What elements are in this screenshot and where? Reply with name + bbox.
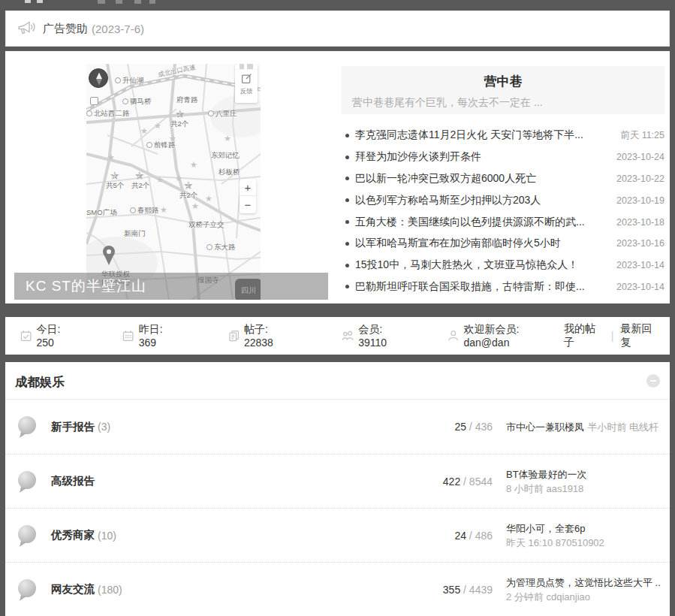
cluster-count: 5 <box>113 173 116 178</box>
stat-yesterday: 昨日: 369 <box>122 323 181 349</box>
news-item-date: 2023-10-24 <box>616 152 664 162</box>
stats-bar: 今日: 250 昨日: 369 帖子: 22838 会员: 39110 欢迎新会… <box>5 317 670 355</box>
map-label: SMO广场 <box>86 208 117 216</box>
map-canvas[interactable]: ★ ★ ★ ★ ★ ★ ★ ★ ★ ★ ★ ★ 2 ★ 5 ★ 2 ★ <box>86 64 261 300</box>
forum-section-title: 成都娱乐 <box>15 374 65 391</box>
stat-welcome: 欢迎新会员: dan@dan <box>447 323 564 349</box>
my-posts-link[interactable]: 我的帖子 <box>564 322 604 349</box>
map-label: 双桥子立交 <box>188 220 224 228</box>
forum-name[interactable]: 新手报告 <box>51 420 95 434</box>
news-subtitle: 营中巷巷尾有个巨乳，每次去不一定在 ... <box>352 96 664 110</box>
stat-today-text: 今日: 250 <box>36 323 79 349</box>
news-item-date: 2023-10-18 <box>616 217 664 228</box>
forum-lastpost: 为管理员点赞，这觉悟比这些大平 ... 2 分钟前 cdqianjiao <box>506 575 660 604</box>
news-item-title[interactable]: 以色列军方称哈马斯至少扣押以方203人 <box>355 194 609 207</box>
topbar-clipped-glyph <box>98 0 105 4</box>
lastpost-title[interactable]: 市中心一兼职楼凤 <box>506 421 584 433</box>
compass-button[interactable] <box>89 68 108 88</box>
star-marker: ★ <box>160 205 167 214</box>
map-label: 新南门 <box>124 229 146 237</box>
forum-section: 成都娱乐 新手报告 (3) 25 / 436 市中心一兼职楼凤 半小时前 电线杆… <box>5 362 670 616</box>
forum-lastpost: 华阳小可，全套6p 昨天 16:10 870510902 <box>506 521 660 550</box>
stat-members-text: 会员: 39110 <box>358 323 411 349</box>
ad-banner[interactable]: 广告赞助 (2023-7-6) <box>5 11 670 47</box>
forum-section-header: 成都娱乐 <box>5 362 670 400</box>
user-icon <box>447 330 459 342</box>
forum-stats: 422 / 8544 <box>410 476 493 488</box>
compass-needle-icon <box>89 69 109 89</box>
forum-topic-count: (10) <box>98 530 116 542</box>
latest-replies-link[interactable]: 最新回复 <box>620 322 661 349</box>
metro-station-icon <box>90 97 98 105</box>
topbar-clipped-glyph <box>149 0 155 4</box>
lastpost-meta[interactable]: 8 小时前 aas1918 <box>506 483 583 494</box>
star-marker: ★ <box>156 175 164 184</box>
forum-name[interactable]: 高级报告 <box>51 474 95 488</box>
news-item-title[interactable]: 15投10中，马刺大胜热火，文班亚马惊艳众人！ <box>355 258 609 272</box>
star-marker: ★ <box>175 174 182 183</box>
stat-posts-text: 帖子: 22838 <box>244 323 298 349</box>
stat-welcome-text: 欢迎新会员: dan@dan <box>463 323 564 349</box>
news-item-title[interactable]: 巴勒斯坦呼吁联合国采取措施，古特雷斯：即使... <box>355 280 609 294</box>
bullet-icon <box>345 264 349 267</box>
map-label: 杉板桥 <box>218 168 240 176</box>
clipped-control-icon <box>235 64 258 70</box>
lastpost-meta[interactable]: 半小时前 电线杆 <box>587 421 658 433</box>
news-item-title[interactable]: 拜登为加沙停火谈判开条件 <box>355 150 609 164</box>
edit-feedback-icon <box>241 73 252 84</box>
map-label: 共5个 <box>106 181 124 189</box>
forum-name[interactable]: 优秀商家 <box>51 528 95 542</box>
map-label: 驷马桥 <box>122 97 152 105</box>
lastpost-title[interactable]: 华阳小可，全套6p <box>506 523 585 534</box>
stat-today: 今日: 250 <box>20 323 79 349</box>
map-label: 春熙路 <box>130 206 159 214</box>
forum-topic-count: (3) <box>98 421 110 433</box>
news-item-title[interactable]: 以军和哈马斯宣布在加沙南部临时停火5小时 <box>355 237 609 250</box>
news-item-title[interactable]: 巴以新一轮冲突已致双方超6000人死亡 <box>355 172 609 186</box>
forum-row[interactable]: 优秀商家 (10) 24 / 486 华阳小可，全套6p 昨天 16:10 87… <box>5 508 670 562</box>
forum-row[interactable]: 高级报告 422 / 8544 BT体验最好的一次 8 小时前 aas1918 <box>5 454 670 508</box>
star-marker: ★ <box>205 194 212 203</box>
map-control-panel[interactable]: 反馈 <box>235 64 258 103</box>
stat-yesterday-text: 昨日: 369 <box>139 323 182 349</box>
forum-stats: 24 / 486 <box>410 530 493 542</box>
star-marker: ★ <box>224 134 231 143</box>
forum-name[interactable]: 网友交流 <box>51 582 95 596</box>
stat-members: 会员: 39110 <box>342 323 411 349</box>
news-title: 营中巷 <box>342 73 664 90</box>
stat-posts: 帖子: 22838 <box>228 323 298 349</box>
map-label: 前锋路 <box>146 140 176 149</box>
news-item-title[interactable]: 李克强同志遗体11月2日火化 天安门等地将下半... <box>355 128 613 142</box>
news-item[interactable]: 巴勒斯坦呼吁联合国采取措施，古特雷斯：即使...2023-10-14 <box>342 276 664 298</box>
map-label: 升仙湖 <box>115 76 144 84</box>
bullet-icon <box>345 242 349 246</box>
news-item-date: 2023-10-16 <box>616 238 664 249</box>
topbar-clipped-glyph <box>116 0 122 4</box>
zoom-out-button[interactable]: − <box>240 196 256 213</box>
collapse-button[interactable] <box>646 374 660 388</box>
news-item[interactable]: 李克强同志遗体11月2日火化 天安门等地将下半...前天 11:25 <box>342 125 664 146</box>
link-separator: | <box>611 330 614 342</box>
forum-row[interactable]: 新手报告 (3) 25 / 436 市中心一兼职楼凤 半小时前 电线杆 <box>5 400 670 454</box>
lastpost-meta[interactable]: 2 分钟前 cdqianjiao <box>506 591 590 602</box>
star-marker: ★ <box>154 121 161 130</box>
stat-links: 我的帖子 | 最新回复 <box>564 322 661 349</box>
news-header[interactable]: 营中巷 营中巷巷尾有个巨乳，每次去不一定在 ... <box>342 66 664 114</box>
news-item[interactable]: 以军和哈马斯宣布在加沙南部临时停火5小时2023-10-16 <box>342 233 664 255</box>
news-item[interactable]: 拜登为加沙停火谈判开条件2023-10-24 <box>342 146 664 168</box>
zoom-in-button[interactable]: + <box>240 179 256 196</box>
showcase-panel: ★ ★ ★ ★ ★ ★ ★ ★ ★ ★ ★ ★ 2 ★ 5 ★ 2 ★ <box>5 51 670 303</box>
forum-row[interactable]: 网友交流 (180) 355 / 4439 为管理员点赞，这觉悟比这些大平 ..… <box>5 562 670 616</box>
news-item[interactable]: 五角大楼：美国继续向以色列提供源源不断的武...2023-10-18 <box>342 211 664 233</box>
forum-bubble-icon <box>15 470 39 494</box>
news-item[interactable]: 以色列军方称哈马斯至少扣押以方203人2023-10-19 <box>342 189 664 211</box>
feedback-label[interactable]: 反馈 <box>235 87 258 95</box>
news-item-date: 2023-10-14 <box>616 260 664 270</box>
lastpost-title[interactable]: 为管理员点赞，这觉悟比这些大平 ... <box>506 577 660 588</box>
lastpost-meta[interactable]: 昨天 16:10 870510902 <box>506 537 604 548</box>
lastpost-title[interactable]: BT体验最好的一次 <box>506 469 587 480</box>
news-column: 营中巷 营中巷巷尾有个巨乳，每次去不一定在 ... 李克强同志遗体11月2日火化… <box>339 51 664 303</box>
news-item[interactable]: 15投10中，马刺大胜热火，文班亚马惊艳众人！2023-10-14 <box>342 255 664 276</box>
news-item[interactable]: 巴以新一轮冲突已致双方超6000人死亡2023-10-22 <box>342 168 664 190</box>
news-item-title[interactable]: 五角大楼：美国继续向以色列提供源源不断的武... <box>355 216 609 229</box>
